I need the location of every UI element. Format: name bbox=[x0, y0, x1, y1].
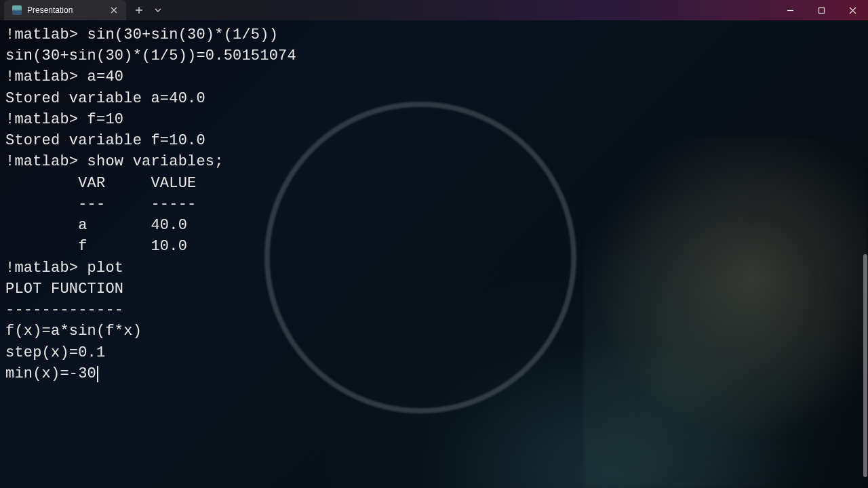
tab-presentation[interactable]: Presentation bbox=[4, 0, 126, 20]
close-icon bbox=[111, 7, 117, 14]
scrollbar-thumb[interactable] bbox=[863, 254, 867, 477]
tab-dropdown-button[interactable] bbox=[151, 3, 165, 18]
terminal-command-line: !matlab> plot bbox=[5, 258, 863, 279]
terminal-command-line: !matlab> f=10 bbox=[5, 109, 863, 130]
terminal-output-line: ------------- bbox=[5, 300, 863, 321]
terminal-output-line: a 40.0 bbox=[5, 215, 863, 236]
new-tab-button[interactable] bbox=[132, 3, 146, 18]
terminal-command-line: !matlab> show variables; bbox=[5, 151, 863, 172]
window-titlebar: Presentation bbox=[0, 0, 868, 20]
terminal-output-line: --- ----- bbox=[5, 194, 863, 215]
terminal-output-line: sin(30+sin(30)*(1/5))=0.50151074 bbox=[5, 45, 863, 66]
terminal-output-line: f 10.0 bbox=[5, 236, 863, 257]
maximize-icon bbox=[818, 7, 825, 14]
terminal-output[interactable]: !matlab> sin(30+sin(30)*(1/5))sin(30+sin… bbox=[0, 20, 868, 388]
terminal-command-line: !matlab> sin(30+sin(30)*(1/5)) bbox=[5, 24, 863, 45]
chevron-down-icon bbox=[155, 7, 161, 14]
terminal-input-line: min(x)=-30 bbox=[5, 363, 863, 384]
minimize-button[interactable] bbox=[774, 0, 806, 20]
close-tab-button[interactable] bbox=[108, 5, 119, 16]
terminal-output-line: Stored variable f=10.0 bbox=[5, 130, 863, 151]
close-window-button[interactable] bbox=[837, 0, 868, 20]
terminal-output-line: f(x)=a*sin(f*x) bbox=[5, 321, 863, 342]
tabbar-actions bbox=[132, 3, 165, 18]
vertical-scrollbar[interactable] bbox=[863, 22, 867, 487]
minimize-icon bbox=[787, 7, 794, 14]
terminal-output-line: PLOT FUNCTION bbox=[5, 279, 863, 300]
close-icon bbox=[849, 7, 856, 14]
svg-rect-0 bbox=[818, 7, 824, 13]
maximize-button[interactable] bbox=[806, 0, 837, 20]
plus-icon bbox=[135, 6, 143, 14]
terminal-command-line: !matlab> a=40 bbox=[5, 66, 863, 87]
terminal-output-line: VAR VALUE bbox=[5, 173, 863, 194]
terminal-output-line: Stored variable a=40.0 bbox=[5, 88, 863, 109]
window-controls bbox=[774, 0, 868, 20]
terminal-output-line: step(x)=0.1 bbox=[5, 342, 863, 363]
terminal-profile-icon bbox=[12, 5, 22, 15]
tab-title: Presentation bbox=[27, 5, 103, 15]
text-cursor bbox=[97, 366, 98, 382]
